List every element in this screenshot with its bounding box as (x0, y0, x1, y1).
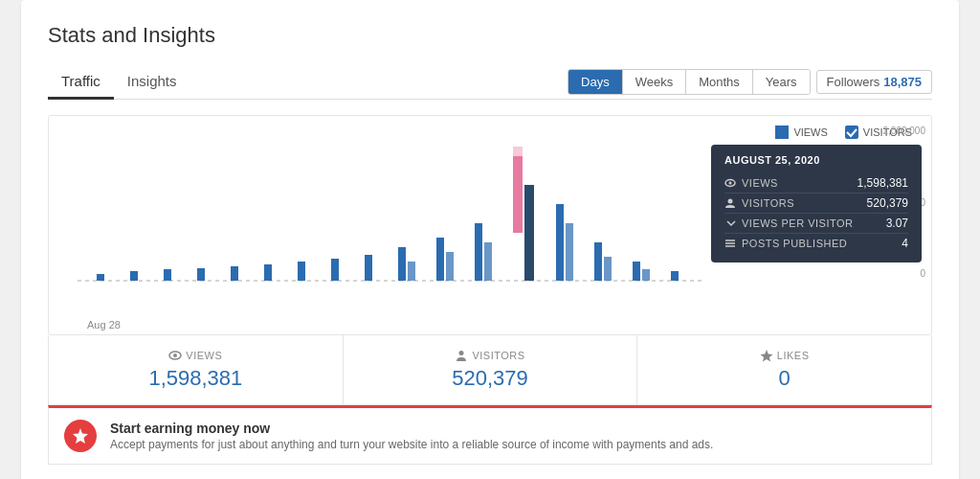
promo-title: Start earning money now (110, 421, 713, 436)
stat-views: VIEWS 1,598,381 (49, 335, 344, 404)
tooltip-row-vpv: VIEWS PER VISITOR 3.07 (724, 214, 908, 234)
svg-rect-8 (298, 262, 305, 281)
tooltip-views-label: VIEWS (724, 177, 778, 189)
tooltip-views-val: 1,598,381 (858, 176, 908, 190)
stat-likes: LIKES 0 (637, 335, 931, 404)
svg-rect-12 (408, 262, 415, 281)
stats-row: VIEWS 1,598,381 VISITORS 520,379 LIKES 0 (48, 335, 932, 405)
svg-rect-2 (97, 274, 104, 281)
svg-rect-14 (446, 252, 454, 281)
tooltip-vpv-val: 3.07 (886, 217, 908, 230)
period-group: Days Weeks Months Years (568, 69, 811, 95)
followers-label: Followers (827, 75, 880, 89)
tooltip-row-views: VIEWS 1,598,381 (724, 173, 908, 194)
main-card: Stats and Insights Traffic Insights Days… (21, 0, 959, 479)
stat-likes-label: LIKES (657, 349, 912, 362)
svg-rect-9 (331, 259, 339, 281)
legend-visitors-check-icon (845, 125, 858, 139)
svg-rect-3 (130, 271, 138, 281)
svg-point-35 (459, 351, 464, 355)
svg-rect-24 (633, 262, 640, 281)
tooltip-visitors-label: VISITORS (724, 197, 794, 209)
svg-point-29 (728, 199, 733, 204)
y-label-bottom: 0 (883, 268, 926, 279)
followers-count: 18,875 (883, 75, 922, 89)
svg-rect-7 (264, 264, 272, 281)
period-years[interactable]: Years (753, 70, 810, 94)
tooltip-posts-val: 4 (902, 237, 908, 250)
views-eye-icon (168, 349, 182, 362)
stat-views-label: VIEWS (68, 349, 323, 362)
tab-traffic[interactable]: Traffic (48, 65, 114, 100)
page-title: Stats and Insights (48, 23, 932, 48)
svg-marker-37 (73, 428, 88, 444)
legend-views-label: VIEWS (793, 126, 827, 138)
stat-views-value: 1,598,381 (68, 366, 323, 391)
tooltip-date: AUGUST 25, 2020 (724, 154, 908, 166)
tooltip-person-icon (724, 197, 736, 209)
legend-views-box (775, 125, 789, 139)
tooltip-vpv-label: VIEWS PER VISITOR (724, 217, 854, 229)
stat-visitors-label: VISITORS (363, 349, 618, 362)
tabs-left: Traffic Insights (48, 65, 190, 99)
svg-rect-5 (197, 268, 205, 281)
promo-text: Start earning money now Accept payments … (110, 421, 713, 451)
tooltip-list-icon (724, 238, 736, 249)
tooltip-chevron-icon (724, 217, 736, 229)
promo-icon (64, 420, 97, 452)
period-weeks[interactable]: Weeks (623, 70, 687, 94)
tooltip-visitors-val: 520,379 (867, 196, 908, 210)
tooltip-eye-icon (724, 177, 736, 189)
star-promo-icon (72, 427, 89, 445)
tab-bar: Traffic Insights Days Weeks Months Years… (48, 65, 932, 100)
svg-rect-15 (475, 223, 482, 281)
svg-point-28 (729, 182, 732, 185)
svg-rect-16 (484, 242, 492, 281)
svg-rect-4 (164, 269, 171, 281)
y-label-top: 2,000,000 (883, 125, 926, 136)
stat-likes-value: 0 (657, 366, 912, 391)
svg-rect-11 (398, 247, 406, 281)
tabs-right: Days Weeks Months Years Followers 18,875 (568, 69, 932, 95)
tooltip-row-visitors: VISITORS 520,379 (724, 194, 908, 214)
svg-rect-23 (604, 257, 612, 281)
svg-rect-17 (513, 156, 523, 233)
svg-rect-21 (566, 223, 573, 281)
chart-area: VIEWS VISITORS 2,000,000 1,000,000 0 (48, 115, 932, 335)
svg-rect-6 (231, 266, 238, 281)
stat-visitors: VISITORS 520,379 (344, 335, 638, 404)
stat-visitors-value: 520,379 (363, 366, 618, 391)
svg-point-34 (173, 354, 177, 357)
svg-rect-18 (513, 147, 523, 156)
followers-badge: Followers 18,875 (816, 70, 932, 94)
svg-rect-10 (365, 255, 372, 281)
tooltip-box: AUGUST 25, 2020 VIEWS 1,598,381 VISITORS… (711, 145, 922, 262)
legend-views: VIEWS (775, 125, 827, 139)
svg-rect-20 (556, 204, 564, 281)
tooltip-posts-label: POSTS PUBLISHED (724, 238, 847, 249)
svg-marker-36 (760, 350, 772, 362)
period-months[interactable]: Months (686, 70, 753, 94)
svg-rect-13 (436, 238, 444, 281)
svg-rect-25 (642, 269, 650, 281)
likes-star-icon (760, 349, 773, 362)
period-days[interactable]: Days (568, 70, 623, 94)
tooltip-row-posts: POSTS PUBLISHED 4 (724, 234, 908, 253)
tab-insights[interactable]: Insights (114, 65, 190, 100)
promo-bar: Start earning money now Accept payments … (48, 405, 932, 465)
svg-rect-22 (594, 242, 602, 281)
x-label: Aug 28 (87, 319, 121, 331)
promo-subtitle: Accept payments for just about anything … (110, 438, 713, 451)
visitors-person-icon (455, 349, 468, 362)
svg-rect-19 (524, 185, 534, 281)
svg-rect-26 (671, 271, 679, 281)
